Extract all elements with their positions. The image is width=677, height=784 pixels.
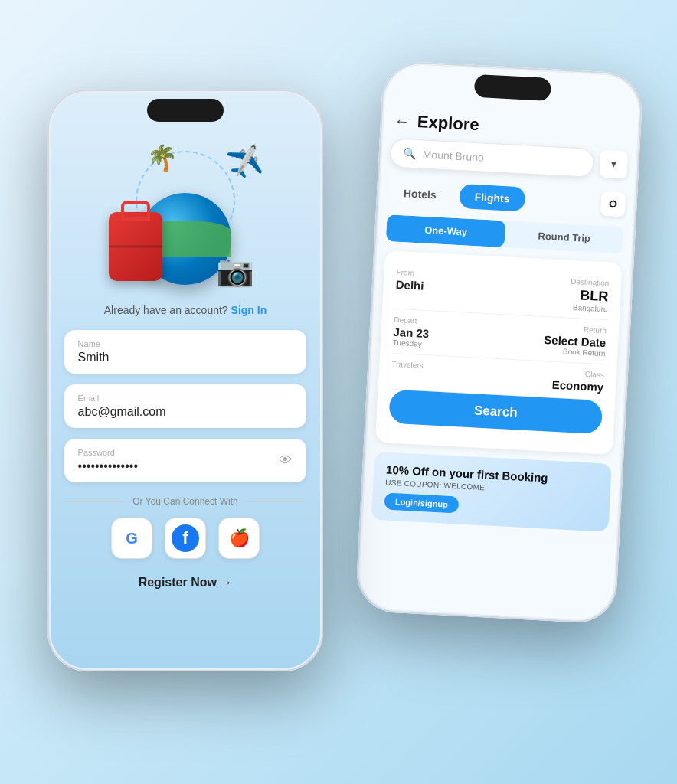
settings-button[interactable]: ⚙ — [600, 191, 626, 217]
password-label: Password — [78, 448, 280, 457]
google-icon: G — [126, 530, 138, 547]
tab-flights[interactable]: Flights — [459, 184, 525, 211]
palm-icon: 🌴 — [147, 143, 178, 172]
from-field[interactable]: From Delhi — [395, 268, 424, 292]
search-input[interactable]: Mount Bruno — [422, 148, 581, 168]
one-way-button[interactable]: One-Way — [386, 214, 506, 247]
password-field[interactable]: Password •••••••••••••• 👁 — [64, 439, 307, 482]
search-icon: 🔍 — [403, 147, 417, 160]
password-value: •••••••••••••• — [78, 459, 280, 473]
airplane-icon: ✈️ — [224, 143, 265, 183]
promo-banner: 10% Off on your first Booking USE COUPON… — [371, 452, 612, 532]
booking-card: From Delhi Destination BLR Bangaluru Dep… — [375, 250, 623, 455]
depart-field[interactable]: Depart Jan 23 Tuesday — [393, 315, 430, 348]
email-field[interactable]: Email abc@gmail.com — [64, 384, 307, 428]
travelers-label: Travelers — [391, 360, 424, 370]
round-trip-button[interactable]: Round Trip — [504, 220, 624, 253]
name-field[interactable]: Name Smith — [64, 330, 307, 374]
phone2-notch — [474, 74, 551, 101]
explore-title: Explore — [417, 112, 479, 135]
trip-type-selector: One-Way Round Trip — [386, 214, 624, 253]
suitcase-icon — [109, 212, 162, 281]
tab-hotels[interactable]: Hotels — [388, 180, 452, 207]
destination-label: Destination — [571, 277, 610, 288]
email-value: abc@gmail.com — [78, 405, 293, 419]
apple-icon: 🍎 — [229, 528, 250, 548]
sign-in-link[interactable]: Sign In — [231, 304, 267, 316]
back-button[interactable]: ← — [394, 112, 410, 130]
facebook-button[interactable]: f — [165, 518, 206, 559]
filter-icon: ▼ — [609, 158, 619, 170]
travelers-field[interactable]: Travelers — [391, 360, 424, 370]
destination-field[interactable]: Destination BLR Bangaluru — [569, 277, 609, 314]
divider-line-right — [246, 501, 307, 502]
name-label: Name — [78, 339, 293, 348]
social-buttons: G f 🍎 — [111, 518, 260, 559]
from-value: Delhi — [395, 278, 424, 292]
from-label: From — [396, 268, 424, 278]
apple-button[interactable]: 🍎 — [218, 518, 260, 559]
email-label: Email — [78, 394, 293, 403]
camera-icon: 📷 — [216, 253, 254, 289]
filter-button[interactable]: ▼ — [599, 150, 628, 179]
sliders-icon: ⚙ — [608, 198, 619, 211]
password-toggle-icon[interactable]: 👁 — [279, 452, 293, 469]
divider-line-left — [64, 501, 126, 502]
login-signup-button[interactable]: Login/signup — [384, 492, 459, 513]
social-divider: Or You Can Connect With — [64, 496, 307, 507]
destination-city: Bangaluru — [569, 303, 608, 314]
class-field[interactable]: Class Economy — [551, 368, 604, 394]
name-value: Smith — [78, 351, 293, 364]
already-account-text: Already have an account? Sign In — [104, 304, 267, 316]
phone-explore: ← Explore 🔍 Mount Bruno ▼ Hotels F — [355, 60, 643, 625]
register-now-button[interactable]: Register Now → — [139, 576, 233, 590]
category-tabs: Hotels Flights ⚙ — [376, 175, 638, 221]
depart-label: Depart — [394, 315, 430, 325]
registration-form: Name Smith Email abc@gmail.com Password … — [64, 330, 307, 482]
class-label: Class — [552, 368, 604, 380]
class-value: Economy — [551, 378, 603, 394]
destination-value: BLR — [570, 287, 609, 305]
google-button[interactable]: G — [111, 518, 152, 559]
phone-registration: 🌴 ✈️ 📷 Already have an account? Sign In … — [47, 90, 323, 671]
adjust-icon-area: ⚙ — [600, 191, 626, 217]
phone1-notch — [147, 99, 224, 122]
return-field[interactable]: Return Select Date Book Return — [543, 323, 607, 358]
register-label: Register Now → — [139, 576, 233, 590]
travel-illustration: 🌴 ✈️ 📷 — [47, 90, 323, 304]
facebook-icon: f — [172, 524, 199, 552]
divider-text: Or You Can Connect With — [132, 496, 237, 507]
